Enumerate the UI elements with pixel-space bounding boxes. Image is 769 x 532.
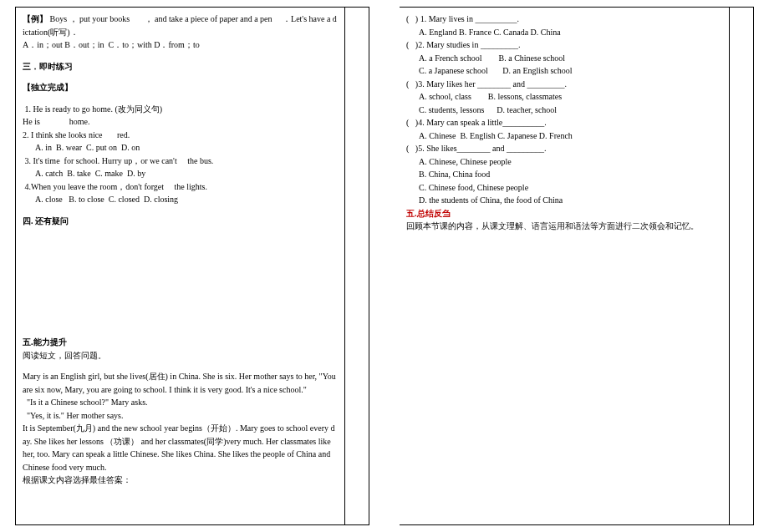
page-left-inner: 【例】 Boys ， put your books ， and take a p… — [15, 7, 369, 525]
page-right-inner: ( ) 1. Mary lives in __________. A. Engl… — [400, 7, 754, 525]
example-options: A．in；out B．out；in C．to；with D．from；to — [23, 38, 337, 52]
spacer — [23, 94, 337, 103]
section-3-sub: 【独立完成】 — [23, 81, 337, 94]
passage-p3: "Yes, it is." Her mother says. — [23, 409, 337, 423]
r-q5: ( )5. She likes________ and _________. — [406, 142, 721, 155]
r-q2: ( )2. Mary studies in _________. — [406, 38, 721, 52]
q2-options: A. in B. wear C. put on D. on — [23, 141, 337, 155]
r-q5-optA: A. Chinese, Chinese people — [406, 155, 721, 169]
passage-instruction: 根据课文内容选择最佳答案： — [23, 474, 337, 487]
spacer — [23, 206, 337, 215]
spacer-large — [23, 227, 337, 336]
r-q3-optA: A. school, class B. lessons, classmates — [406, 90, 721, 104]
r-q5-optC: C. Chinese food, Chinese people — [406, 181, 721, 195]
r-q3-optC: C. students, lessons D. teacher, school — [406, 104, 721, 117]
spacer — [23, 362, 337, 370]
spacer — [23, 73, 337, 81]
q1-line2: He is home. — [23, 115, 337, 129]
section-5-title: 五.能力提升 — [23, 336, 337, 349]
page-right: ( ) 1. Mary lives in __________. A. Engl… — [384, 7, 769, 525]
r-q1: ( ) 1. Mary lives in __________. — [406, 13, 721, 26]
q1-line1: 1. He is ready to go home. (改为同义句) — [23, 103, 337, 116]
q2-line1: 2. I think she looks nice red. — [23, 129, 337, 142]
section-3-title: 三．即时练习 — [23, 60, 337, 73]
q4-line1: 4.When you leave the room，don't forget t… — [23, 180, 337, 194]
summary-title: 五.总结反刍 — [406, 207, 721, 220]
document-root: 【例】 Boys ， put your books ， and take a p… — [0, 0, 769, 532]
r-q3: ( )3. Mary likes her ________ and ______… — [406, 78, 721, 91]
q3-options: A. catch B. take C. make D. by — [23, 167, 337, 180]
r-q1-opts: A. England B. France C. Canada D. China — [406, 26, 721, 39]
passage-p1: Mary is an English girl, but she lives(居… — [23, 370, 337, 396]
r-q5-optB: B. China, China food — [406, 168, 721, 181]
left-content: 【例】 Boys ， put your books ， and take a p… — [23, 13, 337, 487]
right-content: ( ) 1. Mary lives in __________. A. Engl… — [406, 13, 721, 233]
r-q2-optC: C. a Japanese school D. an English schoo… — [406, 64, 721, 78]
q4-options: A. close B. to close C. closed D. closin… — [23, 193, 337, 206]
page-left: 【例】 Boys ， put your books ， and take a p… — [0, 7, 384, 525]
example-label: 【例】 — [23, 14, 48, 23]
example-text: Boys ， put your books ， and take a piece… — [23, 14, 337, 37]
r-q5-optD: D. the students of China, the food of Ch… — [406, 194, 721, 207]
r-q4: ( )4. Mary can speak a little__________. — [406, 116, 721, 129]
section-4-title: 四. 还有疑问 — [23, 215, 337, 228]
r-q2-optA: A. a French school B. a Chinese school — [406, 52, 721, 65]
example-line: 【例】 Boys ， put your books ， and take a p… — [23, 13, 337, 38]
q3-line1: 3. It's time for school. Hurry up，or we … — [23, 155, 337, 168]
summary-text: 回顾本节课的内容，从课文理解、语言运用和语法等方面进行二次领会和记忆。 — [406, 220, 721, 233]
spacer — [23, 52, 337, 60]
passage-p2: "Is it a Chinese school?" Mary asks. — [23, 396, 337, 409]
passage-p4: It is September(九月) and the new school y… — [23, 422, 337, 474]
r-q4-opts: A. Chinese B. English C. Japanese D. Fre… — [406, 129, 721, 143]
section-5-sub: 阅读短文，回答问题。 — [23, 349, 337, 362]
